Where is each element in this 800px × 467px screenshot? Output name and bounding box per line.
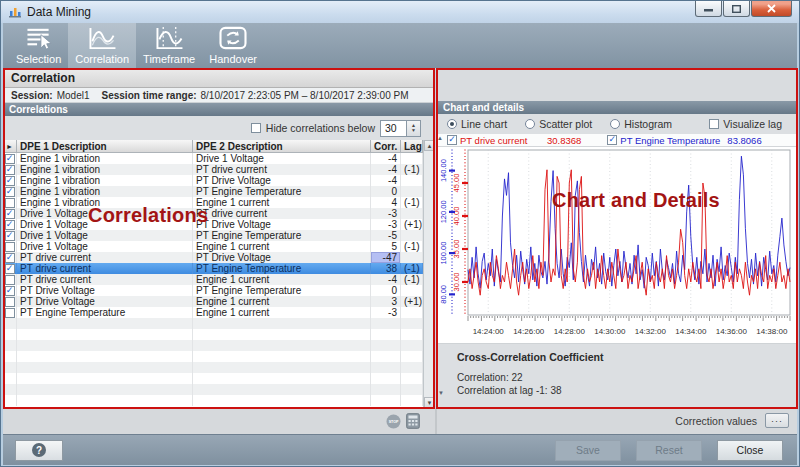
table-row[interactable]: PT drive currentEngine 1 current-4(-1) <box>3 274 423 285</box>
row-checkbox[interactable] <box>5 308 15 318</box>
radio-scatter-plot[interactable]: Scatter plot <box>525 118 592 130</box>
threshold-input[interactable]: 30 <box>380 120 407 137</box>
lag-column-header[interactable]: Lag <box>401 140 423 153</box>
corr-cell: 4 <box>371 197 401 208</box>
table-row[interactable]: Drive 1 VoltagePT drive current-3 <box>3 208 423 219</box>
chart-area[interactable]: 14:24:0014:26:0014:28:0014:30:0014:32:00… <box>437 147 798 344</box>
marker-cell <box>3 307 17 318</box>
stop-icon[interactable]: STOP <box>386 414 401 429</box>
row-checkbox[interactable] <box>5 187 15 197</box>
row-checkbox[interactable] <box>5 264 15 274</box>
correction-values-label: Correction values <box>675 415 757 427</box>
chart-group-header: Chart and details <box>437 101 798 114</box>
table-row[interactable]: Engine 1 vibrationDrive 1 Voltage-4 <box>3 153 423 164</box>
save-button[interactable]: Save <box>555 440 621 461</box>
table-row[interactable]: Drive 1 VoltagePT Drive Voltage-3(+1) <box>3 219 423 230</box>
corr-column-header[interactable]: Corr. <box>371 140 401 153</box>
calculator-icon[interactable] <box>406 413 420 429</box>
dpe2-cell: PT drive current <box>193 164 371 175</box>
spinner-down-icon[interactable]: ▼ <box>411 128 416 133</box>
empty-table-row <box>3 329 423 340</box>
help-button[interactable]: ? <box>15 440 63 461</box>
table-scrollbar[interactable]: ▲ ▼ <box>423 140 435 408</box>
dpe1-cell: Drive 1 Voltage <box>17 208 193 219</box>
tab-selection[interactable]: Selection <box>9 23 68 68</box>
radio-histogram[interactable]: Histogram <box>610 118 672 130</box>
close-window-button[interactable] <box>751 1 792 17</box>
cross-correlation-details: Cross-Correlation Coefficient Correlatio… <box>437 344 798 396</box>
table-row[interactable]: Engine 1 vibrationPT drive current-4(-1) <box>3 164 423 175</box>
row-checkbox[interactable] <box>5 220 15 230</box>
corr-cell: 5 <box>371 241 401 252</box>
tab-handover[interactable]: Handover <box>202 23 264 68</box>
dpe1-column-header[interactable]: DPE 1 Description <box>17 140 193 153</box>
row-checkbox[interactable] <box>5 198 15 208</box>
scroll-up-button[interactable]: ▲ <box>424 140 436 151</box>
table-row[interactable]: PT Drive VoltagePT Engine Temperature0 <box>3 285 423 296</box>
details-title: Cross-Correlation Coefficient <box>457 351 798 363</box>
dpe1-cell: Engine 1 vibration <box>17 153 193 164</box>
line-chart[interactable]: 14:24:0014:26:0014:28:0014:30:0014:32:00… <box>437 147 796 344</box>
histogram-radio-icon[interactable] <box>610 119 620 129</box>
legend-label-blue: PT Engine Temperature <box>620 135 724 146</box>
table-row[interactable]: PT drive currentPT Engine Temperature38(… <box>3 263 423 274</box>
section-header: Correlation <box>3 68 435 88</box>
legend-checkbox-blue[interactable] <box>607 135 617 145</box>
table-row[interactable]: Drive 1 VoltageEngine 1 current5(-1) <box>3 241 423 252</box>
reset-button[interactable]: Reset <box>636 440 702 461</box>
correction-values-button[interactable]: ··· <box>765 413 789 428</box>
corr-cell: -4 <box>371 274 401 285</box>
scroll-down-button[interactable]: ▼ <box>424 397 436 408</box>
visualize-lag-control[interactable]: Visualize lag <box>709 118 782 130</box>
legend-item-pt-engine-temperature[interactable]: PT Engine Temperature 83.8066 <box>607 135 761 146</box>
corr-cell: 38 <box>371 263 401 274</box>
correlation-panel: Correlation Session: Model1 Session time… <box>3 68 435 408</box>
panel-scroll-up-icon[interactable]: ▲ <box>437 135 443 141</box>
svg-text:14:38:00: 14:38:00 <box>756 327 788 336</box>
row-checkbox[interactable] <box>5 209 15 219</box>
dpe1-cell: PT Drive Voltage <box>17 285 193 296</box>
legend-checkbox-red[interactable] <box>447 135 457 145</box>
row-checkbox[interactable] <box>5 231 15 241</box>
corr-cell: 0 <box>371 186 401 197</box>
tab-correlation[interactable]: Correlation <box>68 23 136 68</box>
dpe2-column-header[interactable]: DPE 2 Description <box>193 140 371 153</box>
radio-line-chart[interactable]: Line chart <box>447 118 507 130</box>
legend-item-pt-drive-current[interactable]: PT drive current 30.8368 <box>447 135 581 146</box>
table-row[interactable]: Engine 1 vibrationEngine 1 current4(-1) <box>3 197 423 208</box>
scatter-plot-radio-icon[interactable] <box>525 119 535 129</box>
row-checkbox[interactable] <box>5 286 15 296</box>
row-checkbox[interactable] <box>5 165 15 175</box>
table-row[interactable]: Drive 1 VoltagePT Engine Temperature-5 <box>3 230 423 241</box>
line-chart-radio-icon[interactable] <box>447 119 457 129</box>
svg-text:45.00: 45.00 <box>452 174 461 193</box>
row-checkbox[interactable] <box>5 176 15 186</box>
tab-correlation-label: Correlation <box>75 53 129 65</box>
row-checkbox[interactable] <box>5 242 15 252</box>
lag-cell: (-1) <box>401 197 423 208</box>
row-checkbox[interactable] <box>5 275 15 285</box>
close-button[interactable]: Close <box>717 440 783 461</box>
help-icon: ? <box>32 443 46 457</box>
threshold-spin-buttons[interactable]: ▲ ▼ <box>407 120 421 137</box>
chart-legend: ▲ PT drive current 30.8368 PT Engine Tem… <box>437 134 798 147</box>
handover-icon <box>217 26 249 51</box>
panel-scroll-down-icon[interactable]: ▼ <box>438 390 444 396</box>
marker-column-header[interactable]: ► <box>3 140 17 153</box>
minimize-button[interactable] <box>695 1 722 17</box>
svg-text:14:36:00: 14:36:00 <box>716 327 748 336</box>
table-row[interactable]: Engine 1 vibrationPT Drive Voltage-4 <box>3 175 423 186</box>
row-checkbox[interactable] <box>5 154 15 164</box>
table-row[interactable]: PT drive currentPT Drive Voltage-47 <box>3 252 423 263</box>
table-row[interactable]: PT Engine TemperatureEngine 1 current-3 <box>3 307 423 318</box>
hide-correlations-checkbox[interactable] <box>251 123 261 133</box>
row-checkbox[interactable] <box>5 297 15 307</box>
visualize-lag-checkbox[interactable] <box>709 119 719 129</box>
row-checkbox[interactable] <box>5 253 15 263</box>
table-row[interactable]: Engine 1 vibrationPT Engine Temperature0 <box>3 186 423 197</box>
table-row[interactable]: PT Drive VoltageEngine 1 current3(+1) <box>3 296 423 307</box>
corr-cell: -3 <box>371 219 401 230</box>
dpe1-cell: Engine 1 vibration <box>17 175 193 186</box>
maximize-button[interactable] <box>723 1 750 17</box>
tab-timeframe[interactable]: Timeframe <box>136 23 202 68</box>
